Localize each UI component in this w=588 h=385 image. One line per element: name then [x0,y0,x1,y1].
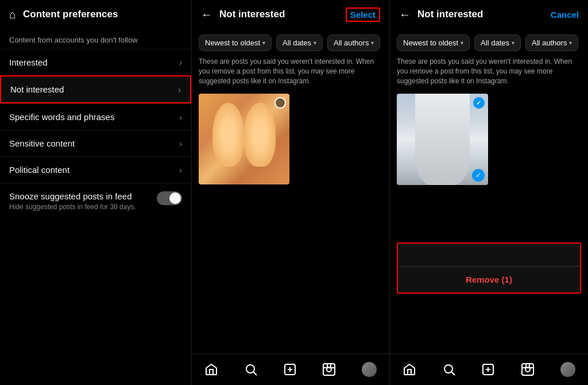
chevron-right-icon: › [179,139,182,148]
panel1-back-button[interactable]: ⌂ [9,8,16,21]
filter-dates-label-3: All dates [481,38,509,47]
panel1-header: ⌂ Content preferences [0,0,191,29]
bunny-post-thumbnail[interactable] [199,94,289,184]
filter-authors-3[interactable]: All authors ▾ [525,34,578,51]
post-select-checkbox[interactable] [274,97,286,109]
filter-dates-3[interactable]: All dates ▾ [474,34,521,51]
panel1-section-label: Content from accounts you don't follow [0,29,191,49]
panel3-bottom-nav [390,353,588,385]
filter-bar-3: Newest to oldest ▾ All dates ▾ All autho… [390,29,588,57]
select-button[interactable]: Select [346,7,380,22]
chevron-down-icon: ▾ [569,40,572,46]
svg-line-1 [253,372,257,376]
add-nav-icon[interactable] [283,363,297,376]
menu-item-specific-words[interactable]: Specific words and phrases › [0,103,191,130]
menu-item-sensitive-content[interactable]: Sensitive content › [0,130,191,156]
not-interested-panel-3: ← Not interested Cancel Newest to oldest… [390,0,588,385]
chevron-down-icon: ▾ [262,40,265,46]
svg-point-0 [246,365,254,373]
menu-item-not-interested-label: Not interested [10,84,64,94]
reels-nav-icon[interactable] [521,363,535,376]
panel3-header: ← Not interested Cancel [390,0,588,29]
cancel-button[interactable]: Cancel [551,10,579,20]
search-nav-icon[interactable] [244,363,258,376]
filter-authors-label-3: All authors [532,38,567,47]
panel3-image-grid: ✓ [390,91,588,187]
snooze-toggle-title: Snooze suggested posts in feed [9,191,136,201]
chevron-down-icon: ▾ [314,40,316,46]
menu-item-not-interested[interactable]: Not interested › [0,75,191,103]
chevron-right-icon: › [179,58,182,67]
filter-sort-label-2: Newest to oldest [205,38,260,47]
verified-badge-icon: ✓ [472,169,485,182]
post-select-checkbox-checked[interactable] [473,97,485,109]
home-nav-icon[interactable] [204,363,218,376]
filter-sort-3[interactable]: Newest to oldest ▾ [397,34,470,51]
add-nav-icon[interactable] [481,363,495,376]
panel2-back-button[interactable]: ← [201,8,212,21]
svg-line-11 [451,372,455,375]
panel2-title: Not interested [219,9,346,20]
dress-post-thumbnail[interactable]: ✓ [397,94,488,185]
menu-item-interested-label: Interested [9,57,48,67]
remove-bar-top [398,244,580,267]
chevron-down-icon: ▾ [512,40,514,46]
filter-sort-label-3: Newest to oldest [403,38,458,47]
snooze-toggle-subtitle: Hide suggested posts in feed for 30 days… [9,203,136,211]
filter-bar-2: Newest to oldest ▾ All dates ▾ All autho… [192,29,389,57]
home-nav-icon[interactable] [403,363,416,376]
chevron-down-icon: ▾ [371,40,374,46]
menu-item-specific-words-label: Specific words and phrases [9,112,114,122]
panel2-header: ← Not interested Select [192,0,389,29]
filter-sort-2[interactable]: Newest to oldest ▾ [199,34,272,51]
chevron-down-icon: ▾ [461,40,463,46]
content-preferences-panel: ⌂ Content preferences Content from accou… [0,0,192,385]
reels-nav-icon[interactable] [322,363,336,376]
svg-rect-5 [323,364,335,375]
menu-item-political-content-label: Political content [9,165,69,175]
menu-item-interested[interactable]: Interested › [0,49,191,75]
profile-nav-avatar[interactable] [362,362,377,377]
panel1-title: Content preferences [23,9,182,20]
profile-nav-avatar[interactable] [560,362,575,377]
panel3-title: Not interested [417,9,551,20]
search-nav-icon[interactable] [442,363,456,376]
panel2-description: These are posts you said you weren't int… [192,57,389,91]
panel2-image-grid [192,91,389,187]
snooze-toggle-switch[interactable] [157,191,182,205]
filter-authors-2[interactable]: All authors ▾ [327,34,380,51]
not-interested-panel-2: ← Not interested Select Newest to oldest… [192,0,390,385]
svg-rect-15 [522,364,533,375]
filter-dates-2[interactable]: All dates ▾ [276,34,323,51]
filter-authors-label-2: All authors [334,38,369,47]
menu-item-sensitive-content-label: Sensitive content [9,138,75,148]
snooze-toggle-item: Snooze suggested posts in feed Hide sugg… [0,183,191,219]
filter-dates-label-2: All dates [283,38,311,47]
panel3-description: These are posts you said you weren't int… [390,57,588,91]
menu-item-political-content[interactable]: Political content › [0,156,191,183]
remove-bar-container: Remove (1) [397,242,581,294]
chevron-right-icon: › [178,85,181,94]
remove-button[interactable]: Remove (1) [398,267,580,292]
panel2-bottom-nav [192,353,389,385]
chevron-right-icon: › [179,165,182,175]
svg-point-10 [444,365,452,373]
panel3-back-button[interactable]: ← [399,8,411,21]
chevron-right-icon: › [179,113,182,122]
